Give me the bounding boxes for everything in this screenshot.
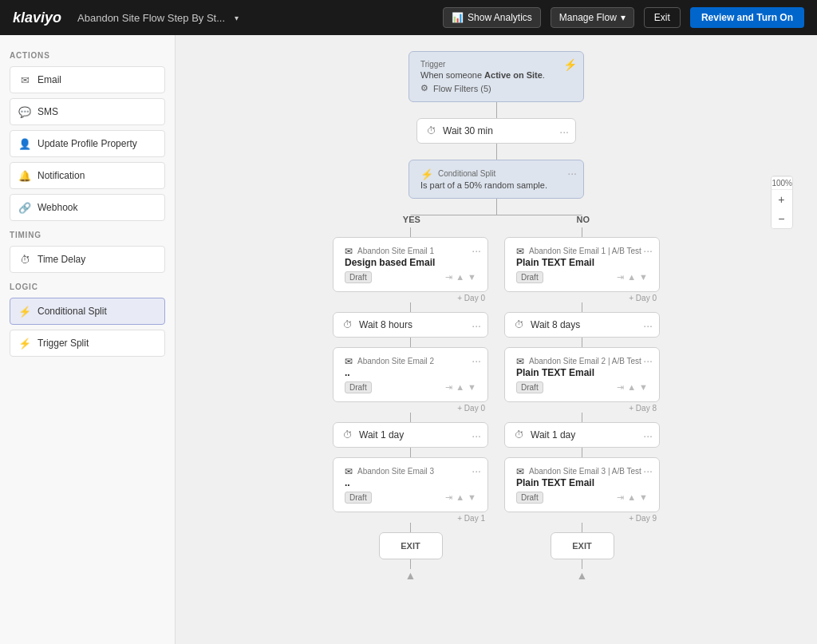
email2-left-node[interactable]: ··· ✉ Abandon Site Email 2 .. Draft ⇥ ▲ … [333,347,488,402]
action-icon-9[interactable]: ▼ [468,492,476,503]
email2-right-subtitle: Abandon Site Email 2 | A/B Test [529,357,641,365]
split-label: Conditional Split [438,169,495,178]
email1-right-menu[interactable]: ··· [643,244,653,257]
flow-title: Abandon Site Flow Step By St... [77,12,225,24]
action-icon-3[interactable]: ▼ [468,272,476,282]
action-icon-1[interactable]: ⇥ [445,272,452,282]
review-button[interactable]: Review and Turn On [690,7,804,28]
wait-8h-label: Wait 8 hours [359,319,412,330]
manage-flow-button[interactable]: Manage Flow ▾ [551,7,634,28]
filter-icon: ⚙ [420,83,428,93]
wait-8d-label: Wait 8 days [531,319,580,330]
email3-right-node[interactable]: ··· ✉ Abandon Site Email 3 | A/B Test Pl… [504,457,660,512]
sidebar-item-conditional-split[interactable]: ⚡ Conditional Split [10,298,165,325]
email-icon: ✉ [18,73,31,86]
day-label-3-left: + Day 1 [333,514,488,523]
email3-left-title: .. [345,477,476,488]
clock-icon: ⏱ [515,319,524,330]
draft-badge-3: Draft [345,492,372,504]
sidebar-item-trigger-split[interactable]: ⚡ Trigger Split [10,330,165,357]
trigger-menu-icon[interactable]: ⚡ [563,58,577,71]
bar-chart-icon: 📊 [452,12,464,23]
action-icon-r6[interactable]: ▼ [639,382,648,393]
wait-1d-left-menu[interactable]: ··· [472,429,481,442]
sidebar-item-webhook[interactable]: 🔗 Webhook [10,194,165,221]
email-icon: ✉ [516,246,524,257]
flow-canvas: 100% + − ⚡ Trigger When someone Active o… [176,35,817,644]
split-columns: ··· ✉ Abandon Site Email 1 Design based … [333,227,660,582]
connector-2 [496,144,497,160]
email2-left-title: .. [345,367,476,378]
chevron-down-icon[interactable]: ▾ [235,14,239,22]
email1-right-node[interactable]: ··· ✉ Abandon Site Email 1 | A/B Test Pl… [504,237,660,292]
split-node[interactable]: ··· ⚡ Conditional Split Is part of a 50%… [408,160,584,199]
action-icon-r9[interactable]: ▼ [639,492,648,503]
flow-filters[interactable]: ⚙ Flow Filters (5) [420,83,572,93]
split-icon: ⚡ [420,168,433,180]
email-icon: ✉ [345,466,353,477]
split-menu-icon[interactable]: ··· [567,167,577,180]
action-icon-2[interactable]: ▲ [456,272,464,282]
wait-1d-right-menu[interactable]: ··· [643,429,653,442]
email1-left-title: Design based Email [345,257,476,268]
email2-right-menu[interactable]: ··· [643,354,653,367]
day-label-2-right: + Day 8 [504,404,660,413]
exit-button[interactable]: Exit [644,7,681,28]
exit-left-node[interactable]: EXIT [379,532,443,559]
sidebar-item-email[interactable]: ✉ Email [10,66,165,93]
email3-left-subtitle: Abandon Site Email 3 [357,467,434,476]
notification-icon: 🔔 [18,169,31,182]
trigger-icon: ⚡ [18,337,31,350]
action-icon-r8[interactable]: ▲ [627,492,636,503]
action-icon-6[interactable]: ▼ [468,382,476,393]
email2-left-menu[interactable]: ··· [472,354,481,367]
email2-right-node[interactable]: ··· ✉ Abandon Site Email 2 | A/B Test Pl… [504,347,660,402]
wait-8d-node[interactable]: ⏱ Wait 8 days ··· [504,312,660,338]
email3-left-node[interactable]: ··· ✉ Abandon Site Email 3 .. Draft ⇥ ▲ … [333,457,488,512]
sidebar-item-notification[interactable]: 🔔 Notification [10,162,165,189]
trigger-label: Trigger [420,60,572,69]
wait-8h-menu[interactable]: ··· [472,319,481,332]
klaviyo-logo: klaviyo [13,10,61,26]
email1-left-actions: Draft ⇥ ▲ ▼ [345,271,476,283]
show-analytics-button[interactable]: 📊 Show Analytics [443,7,541,28]
trigger-node[interactable]: ⚡ Trigger When someone Active on Site. ⚙… [408,51,584,102]
actions-section-title: ACTIONS [10,51,165,60]
email1-left-subtitle: Abandon Site Email 1 [357,247,434,255]
email-icon: ✉ [516,356,524,367]
wait-1d-right-node[interactable]: ⏱ Wait 1 day ··· [504,422,660,448]
draft-badge-r3: Draft [516,492,543,504]
email1-left-node[interactable]: ··· ✉ Abandon Site Email 1 Design based … [333,237,488,292]
action-icon-8[interactable]: ▲ [456,492,464,503]
wait-1d-left-node[interactable]: ⏱ Wait 1 day ··· [333,422,488,448]
action-icon-r7[interactable]: ⇥ [617,492,624,503]
action-icon-4[interactable]: ⇥ [445,382,452,393]
flow-diagram: ⚡ Trigger When someone Active on Site. ⚙… [191,51,801,582]
email3-right-menu[interactable]: ··· [643,464,653,477]
action-icon-r1[interactable]: ⇥ [617,272,624,282]
action-icon-r5[interactable]: ▲ [627,382,636,393]
day-label-2-left: + Day 0 [333,404,488,413]
sidebar-item-update-profile[interactable]: 👤 Update Profile Property [10,130,165,157]
wait-8d-menu[interactable]: ··· [643,319,653,332]
wait-30min-node[interactable]: ⏱ Wait 30 min ··· [416,118,576,144]
sidebar-item-time-delay[interactable]: ⏱ Time Delay [10,246,165,273]
exit-right-node[interactable]: EXIT [551,532,614,559]
draft-badge-r2: Draft [516,381,543,393]
action-icon-5[interactable]: ▲ [456,382,464,393]
wait-menu-icon[interactable]: ··· [559,125,569,138]
sidebar-item-sms[interactable]: 💬 SMS [10,98,165,125]
wait-1d-right-label: Wait 1 day [531,429,575,441]
wait-8h-node[interactable]: ⏱ Wait 8 hours ··· [333,312,488,338]
draft-badge: Draft [345,271,372,283]
action-icon-7[interactable]: ⇥ [445,492,452,503]
profile-icon: 👤 [18,137,31,150]
email1-left-menu[interactable]: ··· [472,244,481,257]
email3-left-menu[interactable]: ··· [472,464,481,477]
action-icon-r2[interactable]: ▲ [627,272,636,282]
action-icon-r3[interactable]: ▼ [639,272,648,282]
action-icon-r4[interactable]: ⇥ [617,382,624,393]
draft-badge-r1: Draft [516,271,543,283]
no-column: ··· ✉ Abandon Site Email 1 | A/B Test Pl… [504,227,660,582]
draft-badge-2: Draft [345,381,372,393]
